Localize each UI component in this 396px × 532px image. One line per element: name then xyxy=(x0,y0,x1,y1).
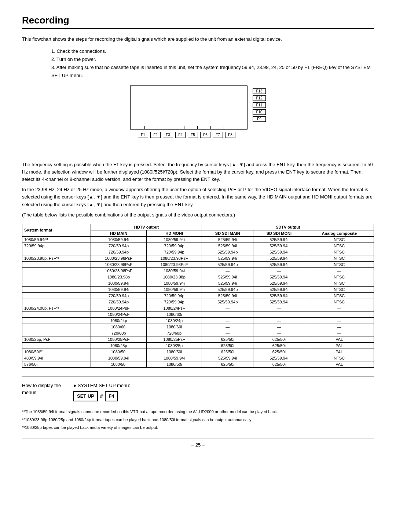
table-row-hd-moni: 1080/23.98p xyxy=(146,274,202,280)
table-row-format xyxy=(22,330,91,336)
table-row-hd-main: 1080/60i xyxy=(91,324,147,330)
table-row-sd-moni: — xyxy=(253,317,305,324)
table-row-sd-moni: 525/59.94i xyxy=(253,249,305,255)
table-row-sd-moni: 525/59.94i xyxy=(253,243,305,249)
device-diagram: F1 F2 F3 F4 F5 F6 F7 F8 F13 F12 F11 F10 … xyxy=(106,85,290,130)
table-row-hd-main: 1080/24PsF xyxy=(91,305,147,311)
col-sd-moni: SD SDI MONI xyxy=(253,230,305,236)
table-row-hd-main: 1080/23.98PsF xyxy=(91,267,147,274)
table-row-sd-main: — xyxy=(202,311,253,317)
table-row-analog: NTSC xyxy=(305,236,374,243)
table-row-hd-moni: 1080/59.94i xyxy=(146,267,202,274)
hash-separator: # xyxy=(100,393,103,400)
table-row-sd-moni: — xyxy=(253,311,305,317)
table-row-format: 720/59.94p xyxy=(22,243,91,249)
step-2: 2. Turn on the power. xyxy=(51,55,374,63)
table-row-sd-moni: — xyxy=(253,330,305,336)
table-row-sd-moni: 525/59.94i xyxy=(253,286,305,292)
table-row-sd-main: — xyxy=(202,267,253,274)
how-to-section: How to display the menus: SYSTEM SET UP … xyxy=(22,376,374,402)
table-row-sd-moni: 525/59.94i xyxy=(253,236,305,243)
table-row-analog: — xyxy=(305,317,374,324)
table-row-analog: NTSC xyxy=(305,286,374,292)
table-row-hd-moni: 1080/23.98PsF xyxy=(146,261,202,267)
table-row-hd-main: 1080/50i xyxy=(91,349,147,355)
fkey-f6: F6 xyxy=(200,132,210,138)
table-row-format xyxy=(22,280,91,286)
table-row-sd-main: 525/59.94p xyxy=(202,286,253,292)
table-row-format xyxy=(22,311,91,317)
output-table: System format HDTV output SDTV output HD… xyxy=(22,224,374,368)
table-row-sd-main: — xyxy=(202,324,253,330)
table-row-hd-moni: 1080/25p xyxy=(146,342,202,349)
table-row-hd-moni: 1080/59.94i xyxy=(146,236,202,243)
table-row-format: 1080/50i*² xyxy=(22,349,91,355)
table-row-analog: — xyxy=(305,330,374,336)
table-row-format: 1080/23.98p, PsF*³ xyxy=(22,255,91,261)
table-row-hd-moni: 720/60p xyxy=(146,330,202,336)
fkey-f12: F12 xyxy=(253,95,266,101)
fkey-f4: F4 xyxy=(175,132,186,138)
table-row-sd-main: 625/50i xyxy=(202,342,253,349)
table-row-format xyxy=(22,292,91,299)
table-row-format: 1080/59.94i*¹ xyxy=(22,236,91,243)
table-row-sd-main: 625/50i xyxy=(202,349,253,355)
table-row-hd-moni: 1080/50i xyxy=(146,361,202,367)
table-row-format xyxy=(22,317,91,324)
step-3: 3. After making sure that no cassette ta… xyxy=(51,63,374,80)
table-row-hd-main: 1080/24PsF xyxy=(91,311,147,317)
col-sd-main: SD SDI MAIN xyxy=(202,230,253,236)
table-row-sd-main: 625/50i xyxy=(202,361,253,367)
col-group-sdtv: SDTV output xyxy=(202,224,374,230)
table-row-hd-main: 1080/59.94i xyxy=(91,236,147,243)
table-row-hd-moni: 720/59.94p xyxy=(146,292,202,299)
table-row-hd-moni: 1080/60i xyxy=(146,324,202,330)
table-row-sd-moni: 625/50i xyxy=(253,349,305,355)
table-row-analog: NTSC xyxy=(305,355,374,361)
table-row-sd-main: 525/59.94i xyxy=(202,255,253,261)
table-row-analog: NTSC xyxy=(305,274,374,280)
table-row-analog: — xyxy=(305,267,374,274)
fkey-f1: F1 xyxy=(138,132,148,138)
fkey-f10: F10 xyxy=(253,109,266,115)
table-row-format: 480/59.94i xyxy=(22,355,91,361)
table-row-hd-moni: 1080/25PsF xyxy=(146,336,202,342)
table-row-sd-main: 525/59.94i xyxy=(202,274,253,280)
table-row-sd-main: 625/50i xyxy=(202,336,253,342)
fkey-f3: F3 xyxy=(163,132,173,138)
table-row-sd-main: 525/59.94i xyxy=(202,280,253,286)
fkey-f13: F13 xyxy=(253,88,266,94)
table-row-format xyxy=(22,342,91,349)
table-row-hd-moni: 720/59.94p xyxy=(146,243,202,249)
fkey-f8: F8 xyxy=(225,132,235,138)
footnote-1: *¹The 1035/59.94i format signals cannot … xyxy=(22,409,374,415)
table-row-analog: — xyxy=(305,324,374,330)
fkey-f7: F7 xyxy=(213,132,223,138)
how-to-label: How to display the menus: xyxy=(22,382,70,396)
intro-text: This flowchart shows the steps for recor… xyxy=(22,36,374,43)
step-1: 1. Check the connections. xyxy=(51,47,374,55)
table-row-format xyxy=(22,299,91,305)
table-row-sd-moni: 525/59.94i xyxy=(253,274,305,280)
setup-box-row: SET UP # F4 xyxy=(73,391,130,402)
table-row-sd-moni: — xyxy=(253,324,305,330)
table-row-analog: NTSC xyxy=(305,292,374,299)
table-row-format: 1080/24.00p, PsF*³ xyxy=(22,305,91,311)
table-row-format: 576/50i xyxy=(22,361,91,367)
table-row-format xyxy=(22,249,91,255)
table-row-sd-main: 525/59.94i xyxy=(202,236,253,243)
table-row-hd-main: 720/59.94p xyxy=(91,249,147,255)
table-row-sd-moni: 525/59.94i xyxy=(253,261,305,267)
table-row-analog: NTSC xyxy=(305,255,374,261)
table-row-sd-moni: 525/59.94i xyxy=(253,292,305,299)
table-row-sd-moni: 525/59.94i xyxy=(253,355,305,361)
table-row-hd-main: 720/59.94p xyxy=(91,292,147,299)
body-para-2: In the 23.98 Hz, 24 Hz or 25 Hz mode, a … xyxy=(22,186,374,208)
body-para-1: The frequency setting is possible when t… xyxy=(22,161,374,183)
col-analog: Analog composite xyxy=(305,230,374,236)
table-row-hd-moni: 1080/59.94i xyxy=(146,286,202,292)
table-row-hd-main: 720/59.94p xyxy=(91,299,147,305)
col-hd-main: HD MAIN xyxy=(91,230,147,236)
fkeys-right-column: F13 F12 F11 F10 F9 xyxy=(253,85,266,130)
table-row-hd-moni: 1080/24p xyxy=(146,317,202,324)
